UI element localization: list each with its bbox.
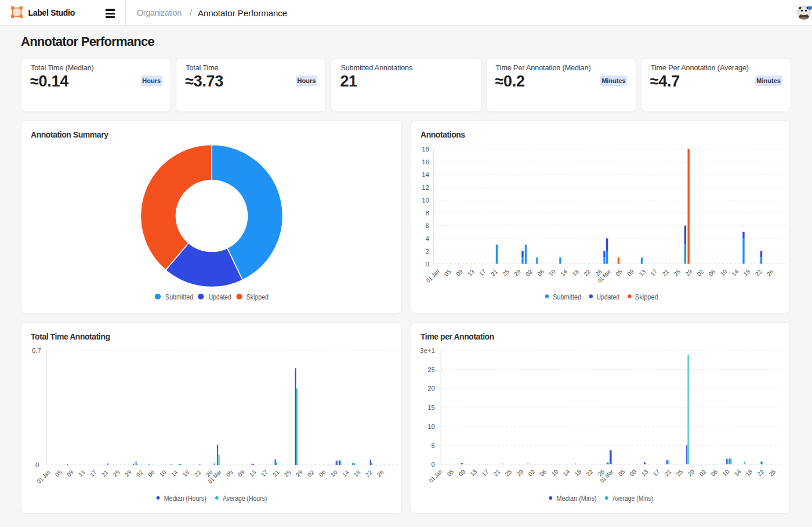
svg-text:14: 14 (422, 171, 429, 178)
svg-text:02: 02 (135, 469, 144, 478)
svg-text:25: 25 (675, 468, 684, 478)
svg-text:29: 29 (684, 268, 694, 277)
svg-text:18: 18 (574, 468, 583, 478)
svg-text:02: 02 (306, 469, 316, 478)
svg-text:18: 18 (353, 469, 362, 478)
svg-text:25: 25 (501, 268, 510, 277)
svg-text:18: 18 (422, 146, 429, 153)
svg-text:5: 5 (432, 442, 435, 449)
svg-text:18: 18 (742, 268, 752, 277)
svg-text:13: 13 (469, 468, 478, 478)
svg-text:16: 16 (422, 158, 429, 165)
svg-text:06: 06 (710, 468, 719, 478)
svg-text:21: 21 (490, 268, 499, 277)
svg-text:15: 15 (427, 404, 435, 411)
svg-text:Skipped: Skipped (246, 293, 269, 301)
svg-text:0: 0 (35, 461, 39, 468)
svg-text:10: 10 (550, 468, 560, 478)
svg-text:05: 05 (443, 268, 452, 277)
svg-text:10: 10 (427, 423, 435, 430)
svg-text:20: 20 (427, 385, 435, 392)
svg-text:Submitted: Submitted (165, 293, 193, 301)
svg-text:14: 14 (562, 468, 571, 478)
svg-text:01 Jan: 01 Jan (428, 468, 444, 484)
svg-text:13: 13 (638, 268, 647, 277)
svg-text:29: 29 (513, 268, 522, 277)
svg-text:Average (Hours): Average (Hours) (223, 494, 267, 503)
svg-text:05: 05 (225, 469, 234, 478)
svg-text:21: 21 (664, 468, 673, 478)
svg-text:21: 21 (100, 469, 110, 478)
svg-text:02: 02 (527, 468, 536, 478)
svg-text:29: 29 (516, 468, 525, 478)
svg-text:26: 26 (768, 468, 777, 478)
svg-text:22: 22 (582, 268, 592, 277)
svg-text:13: 13 (640, 468, 650, 478)
svg-text:18: 18 (745, 468, 754, 478)
svg-text:18: 18 (182, 469, 191, 478)
svg-text:17: 17 (652, 468, 661, 478)
svg-text:05: 05 (446, 468, 455, 478)
svg-text:25: 25 (427, 366, 435, 373)
svg-text:3e+1: 3e+1 (420, 347, 435, 354)
svg-text:06: 06 (536, 268, 545, 277)
svg-text:21: 21 (661, 268, 670, 277)
svg-text:4: 4 (426, 235, 430, 242)
svg-text:22: 22 (364, 469, 374, 478)
svg-text:22: 22 (756, 468, 766, 478)
svg-text:13: 13 (466, 268, 476, 277)
svg-text:17: 17 (260, 469, 269, 478)
svg-text:09: 09 (626, 268, 635, 277)
svg-text:21: 21 (271, 469, 281, 478)
svg-text:25: 25 (112, 469, 121, 478)
svg-text:17: 17 (89, 469, 98, 478)
svg-text:22: 22 (193, 469, 202, 478)
svg-text:14: 14 (731, 268, 740, 277)
svg-text:09: 09 (237, 469, 246, 478)
svg-text:17: 17 (478, 268, 487, 277)
svg-text:06: 06 (318, 469, 327, 478)
svg-text:0: 0 (432, 461, 435, 468)
svg-text:18: 18 (571, 268, 580, 277)
svg-text:06: 06 (147, 469, 156, 478)
svg-text:Updated: Updated (209, 293, 231, 301)
svg-text:02: 02 (524, 268, 534, 277)
svg-text:05: 05 (614, 268, 624, 277)
svg-text:22: 22 (585, 468, 594, 478)
svg-text:21: 21 (492, 468, 502, 478)
svg-text:Median (Mins): Median (Mins) (557, 494, 597, 503)
svg-text:10: 10 (158, 469, 168, 478)
svg-text:09: 09 (455, 268, 464, 277)
svg-text:10: 10 (548, 268, 557, 277)
svg-text:6: 6 (426, 222, 429, 229)
svg-text:13: 13 (248, 469, 258, 478)
svg-text:06: 06 (708, 268, 717, 277)
svg-text:02: 02 (696, 268, 705, 277)
svg-text:17: 17 (481, 468, 490, 478)
svg-text:0: 0 (426, 261, 429, 268)
svg-text:Average (Mins): Average (Mins) (612, 494, 653, 503)
svg-text:10: 10 (329, 469, 339, 478)
svg-text:14: 14 (170, 469, 179, 478)
svg-text:10: 10 (722, 468, 731, 478)
svg-text:14: 14 (341, 469, 350, 478)
svg-text:05: 05 (54, 469, 63, 478)
svg-text:01 Jan: 01 Jan (425, 268, 441, 284)
svg-text:14: 14 (559, 268, 568, 277)
svg-text:29: 29 (124, 469, 133, 478)
svg-text:25: 25 (673, 268, 682, 277)
svg-text:01 Jan: 01 Jan (36, 469, 52, 485)
svg-text:25: 25 (504, 468, 513, 478)
svg-text:Median (Hours): Median (Hours) (164, 494, 206, 503)
svg-text:2: 2 (426, 248, 429, 255)
svg-text:13: 13 (77, 469, 86, 478)
svg-text:02: 02 (698, 468, 708, 478)
svg-text:10: 10 (719, 268, 728, 277)
svg-text:Submitted: Submitted (553, 293, 581, 301)
svg-text:09: 09 (458, 468, 467, 478)
svg-text:10: 10 (422, 197, 429, 204)
svg-text:14: 14 (733, 468, 742, 478)
svg-text:Updated: Updated (597, 293, 619, 301)
svg-text:0.7: 0.7 (32, 347, 41, 354)
svg-text:25: 25 (283, 469, 292, 478)
